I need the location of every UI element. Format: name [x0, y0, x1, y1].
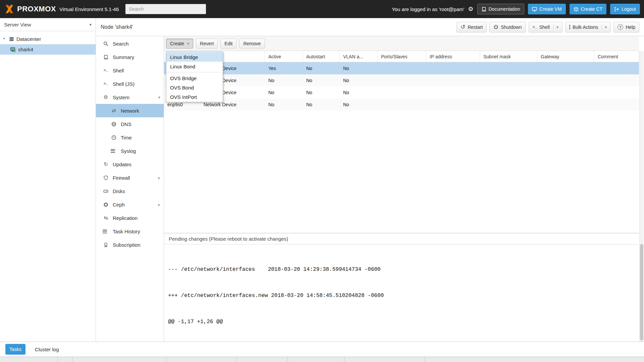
col-header-comment[interactable]: Comment	[594, 51, 639, 62]
node-menu-updates[interactable]: ↻ Updates	[96, 158, 164, 171]
shell-button[interactable]: >_ Shell ▾	[529, 22, 562, 33]
menu-label: Firewall	[113, 175, 130, 181]
create-button[interactable]: Create ▾	[166, 39, 193, 49]
chevron-down-icon[interactable]: ▾	[602, 25, 607, 29]
table-row[interactable]: Network Device Yes No No	[164, 62, 639, 74]
cell-autostart: No	[303, 62, 340, 74]
node-menu-search[interactable]: Search	[96, 37, 164, 50]
menu-label: DNS	[121, 121, 131, 127]
remove-button[interactable]: Remove	[239, 39, 265, 49]
col-header-autostart[interactable]: Autostart	[303, 51, 340, 62]
list-icon	[103, 230, 109, 233]
cell-ports	[378, 99, 426, 111]
gears-icon: ⚙	[103, 94, 109, 100]
node-menu-dns[interactable]: DNS	[96, 117, 164, 131]
create-vm-label: Create VM	[539, 6, 562, 12]
search-input[interactable]	[125, 4, 206, 14]
edit-button[interactable]: Edit	[220, 39, 236, 49]
documentation-button[interactable]: Documentation	[477, 4, 524, 14]
bulk-actions-button[interactable]: Bulk Actions ▾	[565, 22, 611, 33]
network-toolbar: Create ▾ Revert Edit Remove	[164, 36, 639, 51]
tasks-label: Tasks	[9, 347, 21, 352]
column-divider	[236, 357, 237, 362]
view-selector[interactable]: Server View ▾	[0, 18, 96, 31]
col-header-active[interactable]: Active	[265, 51, 303, 62]
cluster-log-button[interactable]: Cluster log	[35, 347, 59, 352]
node-menu-system[interactable]: ⚙ System ▾	[96, 90, 164, 104]
tree-expander-icon[interactable]: ▸	[2, 36, 8, 42]
cell-vlan: No	[340, 99, 378, 111]
topbar: PROXMOX Virtual Environment 5.1-46 You a…	[0, 0, 644, 18]
chevron-down-icon[interactable]: ▾	[553, 25, 558, 29]
cell-ip	[426, 99, 480, 111]
tree-item-shark4[interactable]: shark4	[0, 44, 96, 55]
create-dropdown-menu: Linux Bridge Linux Bond OVS Bridge OVS B…	[166, 52, 223, 102]
menu-item-linux-bridge[interactable]: Linux Bridge	[166, 52, 223, 62]
node-menu-subscription[interactable]: Subscription	[96, 238, 164, 251]
cell-ports	[378, 86, 426, 99]
node-header: Node 'shark4' ↺ Restart Shutdown >_ Shel…	[96, 18, 644, 36]
cell-active: Yes	[265, 62, 303, 74]
node-menu-shell[interactable]: >_ Shell	[96, 64, 164, 77]
cell-vlan: No	[340, 62, 378, 74]
menu-item-ovs-intport[interactable]: OVS IntPort	[166, 92, 223, 102]
edit-label: Edit	[224, 41, 232, 46]
node-menu-time[interactable]: Time	[96, 131, 164, 144]
column-divider	[72, 357, 72, 362]
node-menu-replication[interactable]: ⇆ Replication	[96, 211, 164, 225]
menu-item-ovs-bridge[interactable]: OVS Bridge	[166, 73, 223, 83]
column-divider	[425, 357, 425, 362]
settings-gear-icon[interactable]: ⚙	[468, 5, 473, 13]
revert-button[interactable]: Revert	[196, 39, 218, 49]
cell-subnet	[480, 74, 537, 86]
node-menu-ceph[interactable]: Ceph ▸	[96, 198, 164, 211]
cell-vlan: No	[340, 86, 378, 99]
pending-changes-panel: Pending changes (Please reboot to activa…	[164, 233, 639, 342]
node-menu-firewall[interactable]: Firewall ▸	[96, 171, 164, 184]
logout-button[interactable]: Logout	[610, 4, 640, 14]
node-menu-disks[interactable]: Disks	[96, 184, 164, 198]
shutdown-button[interactable]: Shutdown	[489, 22, 526, 33]
menu-label: Updates	[113, 162, 131, 167]
tasks-button[interactable]: Tasks	[5, 344, 25, 355]
col-header-subnet-mask[interactable]: Subnet mask	[480, 51, 537, 62]
node-menu-network[interactable]: ⇄ Network	[96, 104, 164, 117]
vertical-scrollbar[interactable]	[639, 51, 644, 342]
menu-item-ovs-bond[interactable]: OVS Bond	[166, 83, 223, 92]
help-button[interactable]: ? Help	[613, 22, 639, 33]
menu-item-linux-bond[interactable]: Linux Bond	[166, 62, 223, 71]
menu-label: System	[113, 95, 129, 100]
cell-ip	[426, 74, 480, 86]
create-ct-button[interactable]: Create CT	[570, 4, 607, 14]
cell-active: No	[265, 74, 303, 86]
chevron-down-icon: ▾	[89, 22, 92, 27]
restart-icon: ↺	[461, 23, 465, 31]
node-menu-task-history[interactable]: Task History	[96, 225, 164, 238]
node-menu-summary[interactable]: Summary	[96, 50, 164, 64]
node-menu-shell-js[interactable]: >_ Shell (JS)	[96, 77, 164, 90]
col-header-ports-slaves[interactable]: Ports/Slaves	[378, 51, 426, 62]
create-vm-button[interactable]: Create VM	[528, 4, 566, 14]
hard-drive-icon	[103, 189, 109, 194]
col-header-gateway[interactable]: Gateway	[537, 51, 594, 62]
status-bar: Tasks Cluster log	[0, 342, 644, 357]
col-header-vlan[interactable]: VLAN a...	[340, 51, 378, 62]
documentation-label: Documentation	[489, 6, 520, 12]
node-menu-syslog[interactable]: Syslog	[96, 144, 164, 158]
resource-tree-panel: Server View ▾ ▸ Datacenter shark4	[0, 18, 96, 342]
restart-button[interactable]: ↺ Restart	[457, 22, 487, 33]
scrollbar-thumb[interactable]	[640, 244, 643, 341]
table-row[interactable]: enp9s0 Network Device No No No	[164, 99, 639, 111]
cell-ip	[426, 62, 480, 74]
help-icon: ?	[618, 24, 623, 30]
help-label: Help	[626, 24, 635, 30]
col-header-ip-address[interactable]: IP address	[426, 51, 480, 62]
menu-label: Syslog	[121, 148, 136, 154]
menu-label: Summary	[113, 54, 134, 60]
table-row[interactable]: Network Device No No No	[164, 74, 639, 86]
cell-vlan: No	[340, 74, 378, 86]
tree-item-datacenter[interactable]: ▸ Datacenter	[0, 34, 96, 44]
menu-label: Task History	[113, 229, 140, 234]
table-row[interactable]: Network Device No No No	[164, 86, 639, 99]
pending-changes-header: Pending changes (Please reboot to activa…	[164, 233, 639, 244]
